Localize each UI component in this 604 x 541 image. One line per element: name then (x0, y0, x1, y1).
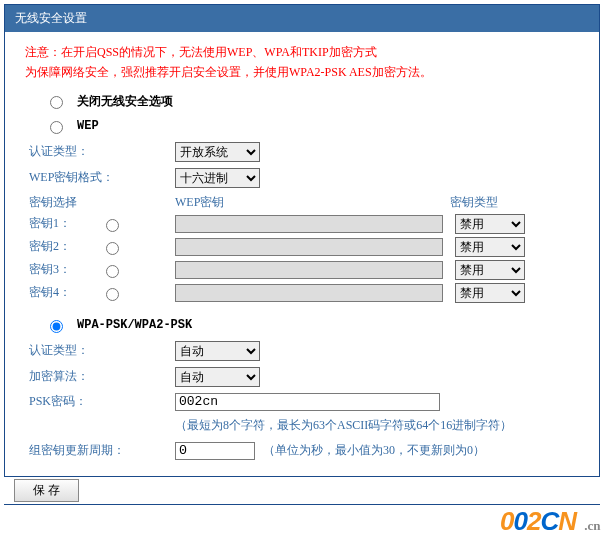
wep-key2-label: 密钥2： (29, 238, 71, 255)
watermark: 002CN .cn (500, 506, 600, 509)
wpa-psk-hint: （最短为8个字符，最长为63个ASCII码字符或64个16进制字符） (175, 417, 579, 434)
wep-key4-label: 密钥4： (29, 284, 71, 301)
header-key-select: 密钥选择 (25, 194, 175, 211)
wep-auth-type-label: 认证类型： (25, 143, 175, 160)
wep-key2-input[interactable] (175, 238, 443, 256)
wpa-psk-row: PSK密码： (25, 393, 579, 411)
radio-wep[interactable] (50, 121, 63, 134)
wep-key3-input[interactable] (175, 261, 443, 279)
panel-body: 注意：在开启QSS的情况下，无法使用WEP、WPA和TKIP加密方式 为保障网络… (5, 32, 599, 476)
wpa-psk-input[interactable] (175, 393, 440, 411)
wep-key3-radio[interactable] (106, 265, 119, 278)
wpa-auth-type-select[interactable]: 自动 (175, 341, 260, 361)
wpa-cipher-label: 加密算法： (25, 368, 175, 385)
wep-key2-type[interactable]: 禁用 (455, 237, 525, 257)
wpa-psk-label: PSK密码： (25, 393, 175, 410)
radio-disable[interactable] (50, 96, 63, 109)
wpa-auth-type-row: 认证类型： 自动 (25, 341, 579, 361)
wep-auth-type-row: 认证类型： 开放系统 (25, 142, 579, 162)
wpa-cipher-select[interactable]: 自动 (175, 367, 260, 387)
wpa-group-key-label: 组密钥更新周期： (25, 442, 175, 459)
save-button[interactable]: 保 存 (14, 479, 79, 502)
button-bar: 保 存 (4, 476, 600, 505)
wep-key1-type[interactable]: 禁用 (455, 214, 525, 234)
wep-key-row-2: 密钥2： 禁用 (25, 237, 579, 257)
radio-wpa[interactable] (50, 320, 63, 333)
wpa-group-key-input[interactable] (175, 442, 255, 460)
wep-auth-type-select[interactable]: 开放系统 (175, 142, 260, 162)
wep-key-format-select[interactable]: 十六进制 (175, 168, 260, 188)
panel-title: 无线安全设置 (5, 5, 599, 32)
wireless-security-panel: 无线安全设置 注意：在开启QSS的情况下，无法使用WEP、WPA和TKIP加密方… (4, 4, 600, 477)
wep-key4-type[interactable]: 禁用 (455, 283, 525, 303)
wep-key-format-row: WEP密钥格式： 十六进制 (25, 168, 579, 188)
option-disable-label: 关闭无线安全选项 (77, 93, 173, 110)
wpa-group-key-row: 组密钥更新周期： （单位为秒，最小值为30，不更新则为0） (25, 442, 579, 460)
option-wpa[interactable]: WPA-PSK/WPA2-PSK (45, 317, 579, 333)
wep-key-row-1: 密钥1： 禁用 (25, 214, 579, 234)
wpa-group-key-hint: （单位为秒，最小值为30，不更新则为0） (263, 442, 485, 459)
option-wep[interactable]: WEP (45, 118, 579, 134)
option-wpa-label: WPA-PSK/WPA2-PSK (77, 318, 192, 332)
wep-key4-input[interactable] (175, 284, 443, 302)
notice-line-1: 注意：在开启QSS的情况下，无法使用WEP、WPA和TKIP加密方式 (25, 42, 579, 62)
wep-table-header: 密钥选择 WEP密钥 密钥类型 (25, 194, 579, 211)
wep-key-row-3: 密钥3： 禁用 (25, 260, 579, 280)
wep-key4-radio[interactable] (106, 288, 119, 301)
notice-line-2: 为保障网络安全，强烈推荐开启安全设置，并使用WPA2-PSK AES加密方法。 (25, 62, 579, 82)
wep-key2-radio[interactable] (106, 242, 119, 255)
option-wep-label: WEP (77, 119, 99, 133)
option-disable[interactable]: 关闭无线安全选项 (45, 93, 579, 110)
header-key-type: 密钥类型 (450, 194, 550, 211)
wep-key1-input[interactable] (175, 215, 443, 233)
wep-key3-label: 密钥3： (29, 261, 71, 278)
wep-key-row-4: 密钥4： 禁用 (25, 283, 579, 303)
wep-key1-radio[interactable] (106, 219, 119, 232)
wpa-cipher-row: 加密算法： 自动 (25, 367, 579, 387)
notice-text: 注意：在开启QSS的情况下，无法使用WEP、WPA和TKIP加密方式 为保障网络… (25, 42, 579, 83)
wep-key-format-label: WEP密钥格式： (25, 169, 175, 186)
header-wep-key: WEP密钥 (175, 194, 450, 211)
wep-key3-type[interactable]: 禁用 (455, 260, 525, 280)
wpa-auth-type-label: 认证类型： (25, 342, 175, 359)
wpa-section: 认证类型： 自动 加密算法： 自动 PSK密码： （最短为8个字符，最长为63个… (25, 341, 579, 460)
wep-key1-label: 密钥1： (29, 215, 71, 232)
